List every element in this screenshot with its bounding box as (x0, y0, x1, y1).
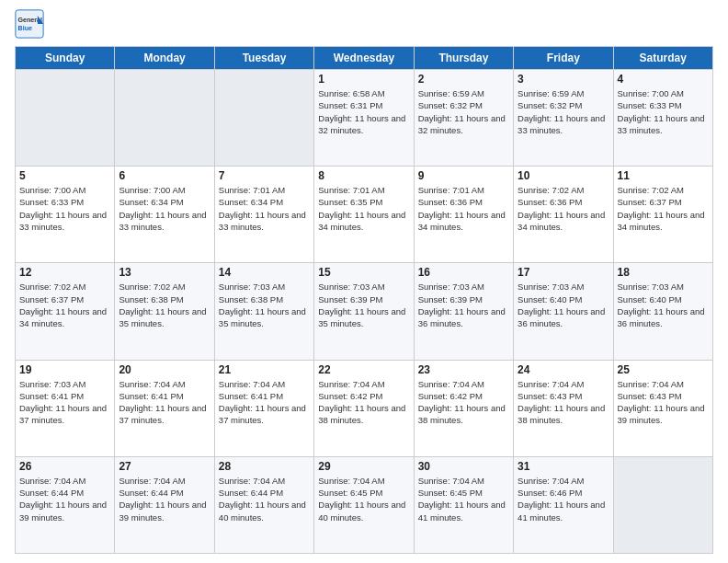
calendar-cell: 18Sunrise: 7:03 AMSunset: 6:40 PMDayligh… (613, 263, 712, 360)
calendar-cell: 30Sunrise: 7:04 AMSunset: 6:45 PMDayligh… (414, 456, 513, 553)
day-info: Sunrise: 7:04 AMSunset: 6:41 PMDaylight:… (119, 378, 210, 427)
day-number: 5 (19, 169, 110, 182)
day-info: Sunrise: 7:03 AMSunset: 6:38 PMDaylight:… (219, 281, 310, 329)
day-number: 22 (318, 363, 409, 376)
calendar-body: 1Sunrise: 6:58 AMSunset: 6:31 PMDaylight… (16, 70, 713, 554)
calendar-cell: 16Sunrise: 7:03 AMSunset: 6:39 PMDayligh… (414, 263, 513, 360)
day-info: Sunrise: 7:03 AMSunset: 6:40 PMDaylight:… (618, 281, 709, 329)
day-number: 23 (418, 363, 509, 376)
day-info: Sunrise: 7:04 AMSunset: 6:44 PMDaylight:… (19, 475, 110, 523)
calendar-week-2: 5Sunrise: 7:00 AMSunset: 6:33 PMDaylight… (16, 167, 713, 263)
day-info: Sunrise: 6:59 AMSunset: 6:32 PMDaylight:… (518, 87, 609, 136)
logo-icon: General Blue (15, 9, 44, 39)
header-day-tuesday: Tuesday (214, 47, 313, 70)
calendar-cell: 24Sunrise: 7:04 AMSunset: 6:43 PMDayligh… (514, 360, 613, 456)
day-info: Sunrise: 6:58 AMSunset: 6:31 PMDaylight:… (318, 87, 409, 136)
day-info: Sunrise: 7:02 AMSunset: 6:36 PMDaylight:… (518, 184, 609, 233)
day-info: Sunrise: 7:00 AMSunset: 6:34 PMDaylight:… (119, 184, 210, 233)
day-number: 26 (19, 460, 110, 473)
day-number: 18 (618, 266, 709, 279)
calendar-cell: 31Sunrise: 7:04 AMSunset: 6:46 PMDayligh… (514, 456, 613, 553)
calendar-cell: 26Sunrise: 7:04 AMSunset: 6:44 PMDayligh… (16, 456, 115, 553)
day-number: 1 (318, 73, 409, 86)
calendar-cell: 19Sunrise: 7:03 AMSunset: 6:41 PMDayligh… (16, 360, 115, 456)
calendar-cell: 29Sunrise: 7:04 AMSunset: 6:45 PMDayligh… (314, 456, 414, 553)
day-info: Sunrise: 7:01 AMSunset: 6:34 PMDaylight:… (219, 184, 310, 233)
day-number: 8 (318, 169, 409, 182)
day-number: 31 (518, 460, 609, 473)
day-info: Sunrise: 7:01 AMSunset: 6:36 PMDaylight:… (418, 184, 509, 233)
day-number: 19 (19, 363, 110, 376)
calendar-cell (115, 70, 214, 167)
day-number: 11 (618, 169, 709, 182)
calendar-cell: 10Sunrise: 7:02 AMSunset: 6:36 PMDayligh… (514, 167, 613, 263)
calendar-cell: 17Sunrise: 7:03 AMSunset: 6:40 PMDayligh… (514, 263, 613, 360)
calendar-week-4: 19Sunrise: 7:03 AMSunset: 6:41 PMDayligh… (16, 360, 713, 456)
day-number: 7 (219, 169, 310, 182)
calendar-cell: 1Sunrise: 6:58 AMSunset: 6:31 PMDaylight… (314, 70, 414, 167)
calendar-cell: 14Sunrise: 7:03 AMSunset: 6:38 PMDayligh… (214, 263, 313, 360)
header-day-sunday: Sunday (16, 47, 115, 70)
calendar-cell (613, 456, 712, 553)
calendar-cell: 25Sunrise: 7:04 AMSunset: 6:43 PMDayligh… (613, 360, 712, 456)
day-number: 17 (518, 266, 609, 279)
calendar-week-3: 12Sunrise: 7:02 AMSunset: 6:37 PMDayligh… (16, 263, 713, 360)
day-number: 24 (518, 363, 609, 376)
day-info: Sunrise: 7:04 AMSunset: 6:43 PMDaylight:… (518, 378, 609, 427)
svg-text:Blue: Blue (18, 25, 32, 32)
header-day-wednesday: Wednesday (314, 47, 414, 70)
day-number: 3 (518, 73, 609, 86)
calendar-week-1: 1Sunrise: 6:58 AMSunset: 6:31 PMDaylight… (16, 70, 713, 167)
calendar-cell: 4Sunrise: 7:00 AMSunset: 6:33 PMDaylight… (613, 70, 712, 167)
day-number: 30 (418, 460, 509, 473)
calendar-cell: 22Sunrise: 7:04 AMSunset: 6:42 PMDayligh… (314, 360, 414, 456)
day-number: 12 (19, 266, 110, 279)
calendar-cell: 8Sunrise: 7:01 AMSunset: 6:35 PMDaylight… (314, 167, 414, 263)
day-info: Sunrise: 7:02 AMSunset: 6:37 PMDaylight:… (19, 281, 110, 329)
calendar-cell: 5Sunrise: 7:00 AMSunset: 6:33 PMDaylight… (16, 167, 115, 263)
day-number: 9 (418, 169, 509, 182)
day-number: 20 (119, 363, 210, 376)
calendar-cell: 3Sunrise: 6:59 AMSunset: 6:32 PMDaylight… (514, 70, 613, 167)
day-number: 15 (318, 266, 409, 279)
day-info: Sunrise: 7:03 AMSunset: 6:39 PMDaylight:… (418, 281, 509, 329)
day-info: Sunrise: 7:02 AMSunset: 6:38 PMDaylight:… (119, 281, 210, 329)
day-number: 10 (518, 169, 609, 182)
day-number: 16 (418, 266, 509, 279)
calendar-cell: 28Sunrise: 7:04 AMSunset: 6:44 PMDayligh… (214, 456, 313, 553)
day-info: Sunrise: 7:00 AMSunset: 6:33 PMDaylight:… (19, 184, 110, 233)
day-info: Sunrise: 7:04 AMSunset: 6:45 PMDaylight:… (318, 475, 409, 523)
day-number: 14 (219, 266, 310, 279)
logo: General Blue (15, 9, 48, 39)
calendar-cell: 20Sunrise: 7:04 AMSunset: 6:41 PMDayligh… (115, 360, 214, 456)
header-day-friday: Friday (514, 47, 613, 70)
page: General Blue SundayMondayTuesdayWednesda… (0, 0, 728, 563)
day-info: Sunrise: 7:03 AMSunset: 6:41 PMDaylight:… (19, 378, 110, 427)
day-number: 4 (618, 73, 709, 86)
calendar-cell: 27Sunrise: 7:04 AMSunset: 6:44 PMDayligh… (115, 456, 214, 553)
day-info: Sunrise: 7:00 AMSunset: 6:33 PMDaylight:… (618, 87, 709, 136)
day-number: 6 (119, 169, 210, 182)
calendar-cell: 11Sunrise: 7:02 AMSunset: 6:37 PMDayligh… (613, 167, 712, 263)
calendar-cell: 9Sunrise: 7:01 AMSunset: 6:36 PMDaylight… (414, 167, 513, 263)
day-number: 2 (418, 73, 509, 86)
day-number: 27 (119, 460, 210, 473)
day-info: Sunrise: 7:03 AMSunset: 6:40 PMDaylight:… (518, 281, 609, 329)
calendar-cell: 15Sunrise: 7:03 AMSunset: 6:39 PMDayligh… (314, 263, 414, 360)
header-day-monday: Monday (115, 47, 214, 70)
header-day-thursday: Thursday (414, 47, 513, 70)
calendar-cell: 7Sunrise: 7:01 AMSunset: 6:34 PMDaylight… (214, 167, 313, 263)
calendar-cell: 12Sunrise: 7:02 AMSunset: 6:37 PMDayligh… (16, 263, 115, 360)
header-day-saturday: Saturday (613, 47, 712, 70)
calendar-cell: 6Sunrise: 7:00 AMSunset: 6:34 PMDaylight… (115, 167, 214, 263)
calendar-cell: 2Sunrise: 6:59 AMSunset: 6:32 PMDaylight… (414, 70, 513, 167)
header-row: SundayMondayTuesdayWednesdayThursdayFrid… (16, 47, 713, 70)
calendar-header: SundayMondayTuesdayWednesdayThursdayFrid… (16, 47, 713, 70)
day-number: 25 (618, 363, 709, 376)
day-info: Sunrise: 7:01 AMSunset: 6:35 PMDaylight:… (318, 184, 409, 233)
day-info: Sunrise: 6:59 AMSunset: 6:32 PMDaylight:… (418, 87, 509, 136)
calendar-table: SundayMondayTuesdayWednesdayThursdayFrid… (15, 46, 713, 554)
day-info: Sunrise: 7:04 AMSunset: 6:46 PMDaylight:… (518, 475, 609, 523)
day-number: 29 (318, 460, 409, 473)
day-number: 13 (119, 266, 210, 279)
